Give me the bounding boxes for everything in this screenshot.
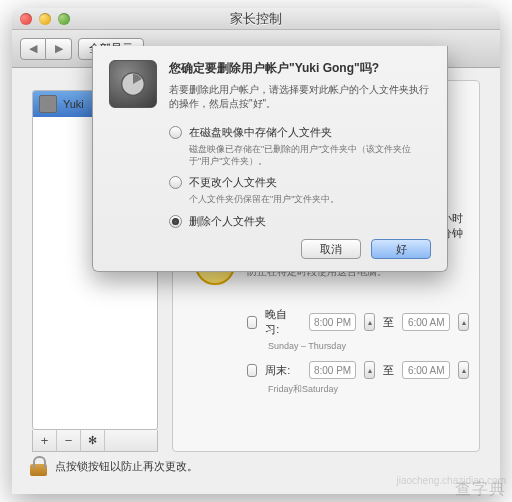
- weekend-to-time[interactable]: 6:00 AM: [402, 361, 450, 379]
- sidebar-footer: + − ✻: [32, 430, 158, 452]
- dialog-app-icon: [109, 60, 157, 108]
- option-save-disk-image[interactable]: 在磁盘映像中存储个人文件夹: [169, 125, 431, 140]
- watermark-text: 查字典: [455, 479, 506, 500]
- gear-icon: ✻: [88, 434, 97, 447]
- stepper-icon[interactable]: ▴: [458, 361, 469, 379]
- avatar: [39, 95, 57, 113]
- forward-button[interactable]: ▶: [46, 38, 72, 60]
- weeknight-label: 晚自习:: [265, 307, 300, 337]
- delete-user-dialog: 您确定要删除用户帐户"Yuki Gong"吗? 若要删除此用户帐户，请选择要对此…: [92, 46, 448, 272]
- weeknight-to-time[interactable]: 6:00 AM: [402, 313, 450, 331]
- stepper-icon[interactable]: ▴: [364, 313, 375, 331]
- option-label: 删除个人文件夹: [189, 214, 266, 229]
- to-label: 至: [383, 315, 394, 330]
- weeknight-checkbox[interactable]: [247, 316, 257, 329]
- lock-icon[interactable]: [30, 456, 47, 476]
- dialog-desc: 若要删除此用户帐户，请选择要对此帐户的个人文件夹执行的操作，然后点按"好"。: [169, 83, 431, 111]
- stepper-icon[interactable]: ▴: [458, 313, 469, 331]
- schedule-row-weeknight: 晚自习: 8:00 PM ▴ 至 6:00 AM ▴: [247, 307, 469, 337]
- weekend-label: 周末:: [265, 363, 300, 378]
- option-label: 不更改个人文件夹: [189, 175, 277, 190]
- option-label: 在磁盘映像中存储个人文件夹: [189, 125, 332, 140]
- add-user-button[interactable]: +: [33, 430, 57, 451]
- ok-label: 好: [396, 242, 407, 257]
- radio-icon[interactable]: [169, 176, 182, 189]
- lock-row: 点按锁按钮以防止再次更改。: [30, 456, 198, 476]
- weekend-from-time[interactable]: 8:00 PM: [309, 361, 357, 379]
- cancel-button[interactable]: 取消: [301, 239, 361, 259]
- cancel-label: 取消: [320, 242, 342, 257]
- dialog-options: 在磁盘映像中存储个人文件夹 磁盘映像已存储在"已删除的用户"文件夹中（该文件夹位…: [169, 125, 431, 229]
- prefs-window: 家长控制 ◀ ▶ 全部显示 Yuki + − ✻ 电脑使用的时间限制在:: [12, 8, 500, 494]
- option-desc: 个人文件夹仍保留在"用户"文件夹中。: [189, 194, 431, 206]
- schedule-row-weekend: 周末: 8:00 PM ▴ 至 6:00 AM ▴: [247, 361, 469, 379]
- sidebar-user-label: Yuki: [63, 98, 84, 110]
- lock-text: 点按锁按钮以防止再次更改。: [55, 459, 198, 474]
- window-title: 家长控制: [12, 10, 500, 28]
- radio-icon[interactable]: [169, 126, 182, 139]
- actions-gear-button[interactable]: ✻: [81, 430, 105, 451]
- option-desc: 磁盘映像已存储在"已删除的用户"文件夹中（该文件夹位于"用户"文件夹）。: [189, 144, 431, 167]
- weekend-checkbox[interactable]: [247, 364, 257, 377]
- dialog-heading: 您确定要删除用户帐户"Yuki Gong"吗?: [169, 60, 431, 77]
- stepper-icon[interactable]: ▴: [364, 361, 375, 379]
- back-button[interactable]: ◀: [20, 38, 46, 60]
- weekend-sublabel: Friday和Saturday: [268, 383, 469, 396]
- titlebar: 家长控制: [12, 8, 500, 30]
- radio-icon[interactable]: [169, 215, 182, 228]
- ok-button[interactable]: 好: [371, 239, 431, 259]
- weeknight-from-time[interactable]: 8:00 PM: [309, 313, 357, 331]
- option-keep-folder[interactable]: 不更改个人文件夹: [169, 175, 431, 190]
- weeknight-sublabel: Sunday – Thursday: [268, 341, 469, 351]
- schedule-block: 晚自习: 8:00 PM ▴ 至 6:00 AM ▴ Sunday – Thur…: [247, 307, 469, 406]
- remove-user-button[interactable]: −: [57, 430, 81, 451]
- option-delete-folder[interactable]: 删除个人文件夹: [169, 214, 431, 229]
- to-label: 至: [383, 363, 394, 378]
